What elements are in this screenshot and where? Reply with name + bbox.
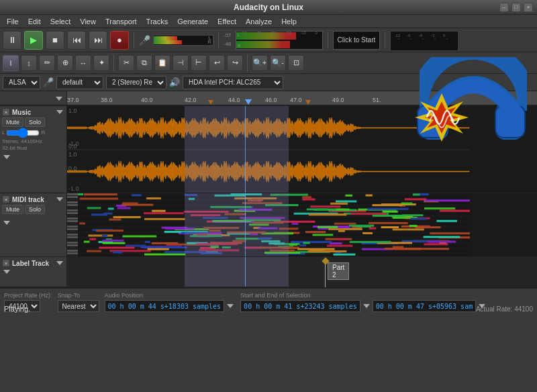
selection-end-arrow [305,100,311,105]
stop-button[interactable]: ■ [46,31,64,50]
menu-file[interactable]: File [3,16,23,27]
play-button[interactable]: ▶ [24,31,43,50]
db-scale: -57 -48 [224,32,232,49]
timeshift-tool-button[interactable]: ↔ [75,55,91,71]
actual-rate: Actual Rate: 44100 [476,305,533,313]
music-waveform[interactable] [67,106,537,193]
snap-to-value: Nearest [58,300,99,312]
project-rate-label: Project Rate (Hz): [4,292,52,299]
midi-collapse-arrow[interactable] [3,221,10,225]
toolbar-separator [134,32,134,48]
click-to-start-button[interactable]: Click to Start [333,31,381,50]
music-waveform-canvas [67,106,470,193]
music-mute-button[interactable]: Mute [2,117,23,127]
selection-value: 00 h 00 m 41 s+23243 samples 00 h 00 m 4… [240,300,487,312]
output-device-select[interactable]: HDA Intel PCH: ALC265 [183,76,283,89]
window-title: Audacity on Linux [234,3,303,12]
selection-start-display: 00 h 00 m 41 s+23243 samples [240,300,360,312]
label-track-arrow[interactable] [56,261,63,265]
skip-start-button[interactable]: ⏮ [67,31,86,50]
cut-button[interactable]: ✂ [118,55,134,71]
label-track-close[interactable]: × [2,259,10,267]
ruler-tick-42: 42.0 [185,97,197,103]
host-select[interactable]: ALSA [3,76,40,89]
db-markers: -57 -48 -36 -24 -12 0 [236,32,322,34]
redo-button[interactable]: ↪ [227,55,243,71]
pause-button[interactable]: ⏸ [3,31,21,50]
music-collapse-arrow[interactable] [3,155,10,159]
channels-select[interactable]: 2 (Stereo) Re [106,76,166,89]
midi-mute-button[interactable]: Mute [2,205,23,214]
tracks-area: × Music Mute Solo L R Stereo, 44100Hz 32… [0,106,537,287]
playhead-arrow [245,99,252,105]
menu-generate[interactable]: Generate [173,16,212,27]
menu-select[interactable]: Select [46,16,75,27]
music-track-controls: × Music Mute Solo L R Stereo, 44100Hz 32… [0,106,67,193]
midi-canvas [67,193,470,256]
audio-position-value: 00 h 00 m 44 s+18303 samples [105,300,236,312]
paste-button[interactable]: 📋 [154,55,170,71]
music-track-close[interactable]: × [2,108,10,116]
selection-start-arrow[interactable] [363,304,370,308]
label-track-name-row: × Label Track [2,259,64,267]
minimize-button[interactable]: – [499,3,509,12]
trim-button[interactable]: ⊣ [173,55,189,71]
zoom-in-button[interactable]: 🔍+ [252,55,268,71]
maximize-button[interactable]: □ [511,3,521,12]
actual-rate-label: Actual Rate: [476,305,512,313]
input-device-select[interactable]: default [56,76,103,89]
silence-button[interactable]: ⊢ [191,55,207,71]
menu-help[interactable]: Help [277,16,301,27]
zoom-tool-button[interactable]: ⊕ [57,55,73,71]
audio-position-arrow[interactable] [227,304,234,308]
multi-tool-button[interactable]: ✦ [93,55,109,71]
input-level-meter: L R [153,35,213,46]
midi-track-close[interactable]: × [2,195,10,203]
snap-to-label: Snap-To [58,292,99,299]
ruler-collapse-arrow[interactable] [56,97,62,101]
output-level-r [236,41,291,48]
snap-to-select[interactable]: Nearest [58,300,99,312]
music-pan-slider[interactable] [6,130,40,136]
menu-transport[interactable]: Transport [101,16,141,27]
midi-track-arrow[interactable] [56,197,63,201]
ruler-tick-47: 47.0 [290,97,302,103]
music-track: × Music Mute Solo L R Stereo, 44100Hz 32… [0,106,537,193]
label-track-content[interactable]: Part 2 [67,257,537,287]
label-part2-line [325,264,326,287]
selection-tool-button[interactable]: I [3,55,19,71]
toolbar-separator-3 [328,32,328,48]
monitoring-canvas [391,32,458,50]
input-level-r [154,40,182,44]
draw-tool-button[interactable]: ✏ [39,55,55,71]
actual-rate-value: 44100 [514,305,533,313]
label-collapse-arrow[interactable] [3,270,10,274]
transport-toolbar: ⏸ ▶ ■ ⏮ ⏭ ● 🎤 L R -57 -48 L R -57 -48 -3… [0,28,537,52]
music-solo-button[interactable]: Solo [25,117,45,127]
envelope-tool-button[interactable]: ↕ [21,55,37,71]
menu-tracks[interactable]: Tracks [142,16,173,27]
menu-edit[interactable]: Edit [24,16,45,27]
selection-section: Start and End of Selection 00 h 00 m 41 … [240,292,487,312]
music-track-arrow[interactable] [56,110,63,114]
audio-position-display: 00 h 00 m 44 s+18303 samples [105,300,225,312]
zoom-out-button[interactable]: 🔍- [270,55,286,71]
toolbar2-separator2 [247,55,248,71]
midi-track-name-row: × MIDI track [2,195,64,203]
close-button[interactable]: × [524,3,533,12]
fit-project-button[interactable]: ⊡ [288,55,304,71]
undo-button[interactable]: ↩ [209,55,225,71]
skip-end-button[interactable]: ⏭ [89,31,107,50]
menu-analyze[interactable]: Analyze [242,16,276,27]
record-button[interactable]: ● [110,31,129,50]
toolbar-separator-4 [385,32,385,48]
midi-solo-button[interactable]: Solo [25,205,45,214]
midi-track-name: MIDI track [12,196,44,203]
output-level-meter: L R -57 -48 -36 -24 -12 0 [236,31,323,50]
midi-track-content[interactable] [67,193,537,256]
copy-button[interactable]: ⧉ [136,55,152,71]
menu-view[interactable]: View [76,16,100,27]
menu-effect[interactable]: Effect [213,16,240,27]
label-part2-text: Part 2 [328,262,349,280]
ruler-tick-44: 44.0 [228,97,240,103]
